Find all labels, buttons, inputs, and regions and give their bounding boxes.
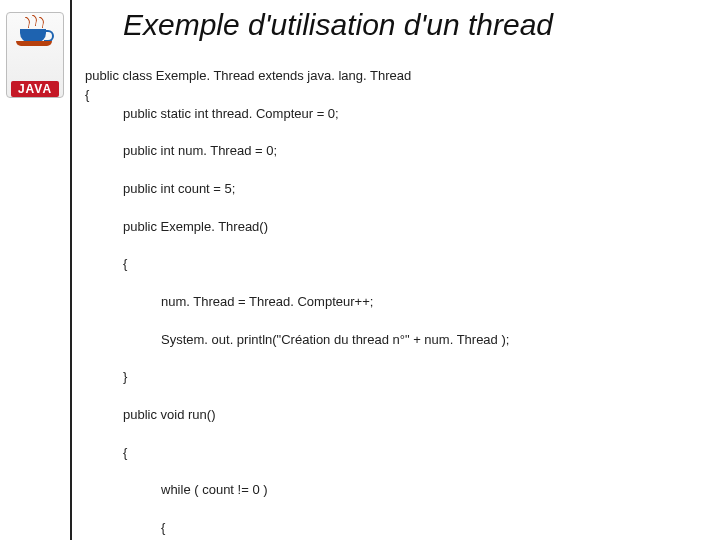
page-title: Exemple d'utilisation d'un thread xyxy=(123,8,715,42)
code-line: while ( count != 0 ) xyxy=(85,481,715,500)
code-line: } xyxy=(85,368,715,387)
code-line: public int count = 5; xyxy=(85,180,715,199)
java-logo: JAVA xyxy=(6,12,64,98)
code-line: public static int thread. Compteur = 0; xyxy=(85,105,715,124)
sidebar: JAVA xyxy=(0,0,72,540)
code-line: { xyxy=(85,519,715,538)
code-line: public class Exemple. Thread extends jav… xyxy=(85,68,411,83)
code-line: public void run() xyxy=(85,406,715,425)
code-line: System. out. println("Création du thread… xyxy=(85,331,715,350)
java-label: JAVA xyxy=(11,81,59,97)
coffee-cup-icon xyxy=(18,19,52,45)
code-line: public Exemple. Thread() xyxy=(85,218,715,237)
code-line: num. Thread = Thread. Compteur++; xyxy=(85,293,715,312)
code-line: { xyxy=(85,255,715,274)
code-line: { xyxy=(85,87,89,102)
code-line: { xyxy=(85,444,715,463)
code-block: public class Exemple. Thread extends jav… xyxy=(85,48,715,540)
code-line: public int num. Thread = 0; xyxy=(85,142,715,161)
slide-content: Exemple d'utilisation d'un thread public… xyxy=(75,0,715,540)
